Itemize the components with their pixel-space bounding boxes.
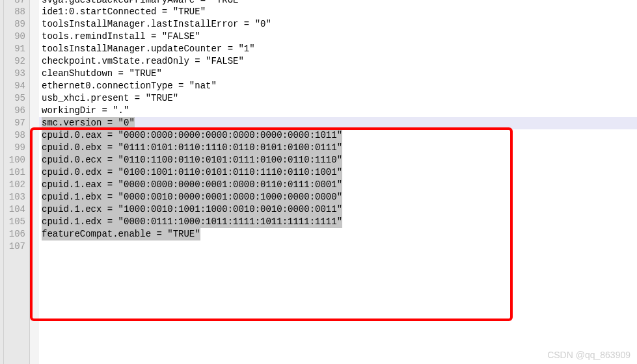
- code-line[interactable]: workingDir = ".": [39, 105, 637, 117]
- line-number: 94: [4, 80, 25, 92]
- code-line[interactable]: toolsInstallManager.lastInstallError = "…: [39, 18, 637, 31]
- line-number: 107: [4, 240, 25, 253]
- line-number: 102: [4, 179, 25, 191]
- code-line[interactable]: cpuid.1.ecx = "1000:0010:1001:1000:0010:…: [39, 203, 637, 216]
- line-number: 99: [4, 142, 25, 154]
- line-number: 96: [4, 105, 25, 117]
- line-number: 97: [4, 117, 25, 129]
- line-number: 92: [4, 55, 25, 68]
- line-number: 91: [4, 43, 25, 55]
- code-line[interactable]: cpuid.0.edx = "0100:1001:0110:0101:0110:…: [39, 166, 637, 179]
- code-line[interactable]: cpuid.1.ebx = "0000:0010:0000:0001:0000:…: [39, 191, 637, 203]
- line-number: 103: [4, 191, 25, 203]
- selected-text: cpuid.0.edx = "0100:1001:0110:0101:0110:…: [42, 166, 342, 179]
- margin-column: [30, 0, 39, 364]
- code-line[interactable]: svga.guestBackedPrimaryAware = "TRUE": [39, 0, 637, 6]
- line-number: 104: [4, 203, 25, 216]
- line-number: 98: [4, 129, 25, 142]
- selected-text: cpuid.1.ecx = "1000:0010:1001:1000:0010:…: [42, 203, 342, 216]
- code-line[interactable]: [39, 240, 637, 253]
- line-number: 90: [4, 31, 25, 43]
- selected-text: cpuid.1.edx = "0000:0111:1000:1011:1111:…: [42, 216, 342, 228]
- line-number: 101: [4, 166, 25, 179]
- selected-text: cpuid.1.ebx = "0000:0010:0000:0001:0000:…: [42, 191, 342, 203]
- line-gutter: 8788899091929394959697989910010110210310…: [4, 0, 30, 364]
- line-number: 89: [4, 18, 25, 31]
- code-line[interactable]: cleanShutdown = "TRUE": [39, 68, 637, 80]
- code-line[interactable]: tools.remindInstall = "FALSE": [39, 31, 637, 43]
- code-line[interactable]: ide1:0.startConnected = "TRUE": [39, 6, 637, 18]
- code-line[interactable]: checkpoint.vmState.readOnly = "FALSE": [39, 55, 637, 68]
- line-number: 105: [4, 216, 25, 228]
- code-line[interactable]: cpuid.0.eax = "0000:0000:0000:0000:0000:…: [39, 129, 637, 142]
- code-editor: 8788899091929394959697989910010110210310…: [0, 0, 637, 364]
- code-line[interactable]: ethernet0.connectionType = "nat": [39, 80, 637, 92]
- code-line[interactable]: cpuid.0.ecx = "0110:1100:0110:0101:0111:…: [39, 154, 637, 166]
- line-number: 95: [4, 92, 25, 105]
- code-line[interactable]: featureCompat.enable = "TRUE": [39, 228, 637, 240]
- code-line[interactable]: cpuid.0.ebx = "0111:0101:0110:1110:0110:…: [39, 142, 637, 154]
- selected-text: cpuid.0.eax = "0000:0000:0000:0000:0000:…: [42, 129, 342, 142]
- selected-text: featureCompat.enable = "TRUE": [42, 228, 200, 240]
- code-line[interactable]: toolsInstallManager.updateCounter = "1": [39, 43, 637, 55]
- line-number: 88: [4, 6, 25, 18]
- line-number: 106: [4, 228, 25, 240]
- line-number: 100: [4, 154, 25, 166]
- selected-text: cpuid.0.ebx = "0111:0101:0110:1110:0110:…: [42, 142, 342, 154]
- code-line[interactable]: cpuid.1.edx = "0000:0111:1000:1011:1111:…: [39, 216, 637, 228]
- selected-text: cpuid.1.eax = "0000:0000:0000:0001:0000:…: [42, 179, 342, 191]
- selected-text: smc.version = "0": [42, 117, 135, 129]
- line-number: 93: [4, 68, 25, 80]
- code-area[interactable]: svga.guestBackedPrimaryAware = "TRUE"ide…: [39, 0, 637, 364]
- line-number: 87: [4, 0, 25, 6]
- selected-text: cpuid.0.ecx = "0110:1100:0110:0101:0111:…: [42, 154, 342, 166]
- code-line[interactable]: smc.version = "0": [39, 117, 637, 129]
- code-line[interactable]: cpuid.1.eax = "0000:0000:0000:0001:0000:…: [39, 179, 637, 191]
- code-line[interactable]: usb_xhci.present = "TRUE": [39, 92, 637, 105]
